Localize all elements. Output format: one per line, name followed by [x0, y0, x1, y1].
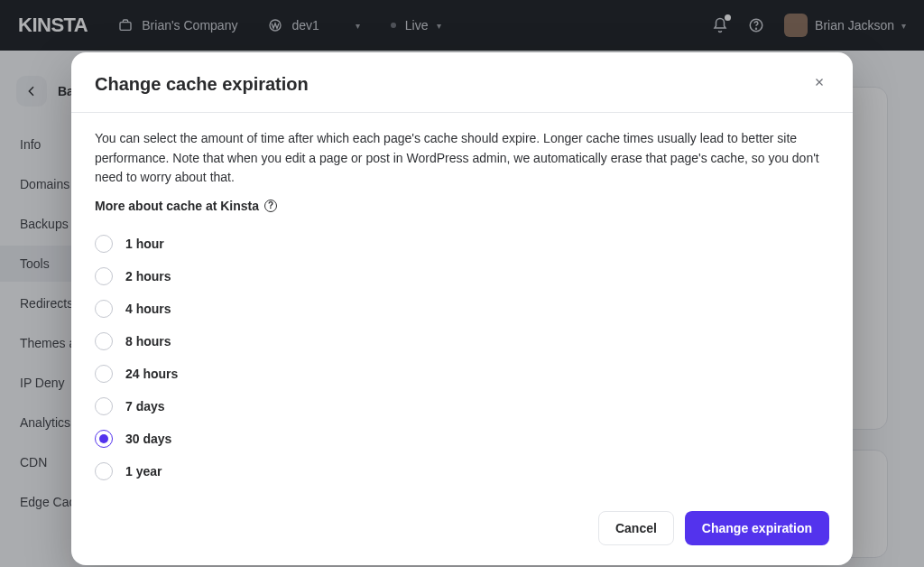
expiration-option[interactable]: 24 hours [95, 358, 829, 390]
radio-label: 2 hours [125, 269, 171, 284]
cancel-button[interactable]: Cancel [598, 511, 674, 545]
radio-icon [95, 267, 113, 285]
help-icon: ? [264, 200, 277, 212]
expiration-option[interactable]: 2 hours [95, 260, 829, 293]
radio-icon [95, 462, 113, 480]
radio-label: 8 hours [125, 334, 171, 349]
expiration-options: 1 hour2 hours4 hours8 hours24 hours7 day… [95, 228, 829, 488]
radio-label: 1 hour [125, 237, 164, 251]
expiration-option[interactable]: 30 days [95, 423, 829, 455]
expiration-option[interactable]: 8 hours [95, 325, 829, 358]
cache-expiration-modal: Change cache expiration You can select t… [71, 52, 853, 565]
more-link-label: More about cache at Kinsta [95, 199, 259, 213]
radio-icon [95, 397, 113, 415]
modal-description: You can select the amount of time after … [95, 129, 829, 188]
expiration-option[interactable]: 7 days [95, 390, 829, 423]
expiration-option[interactable]: 1 hour [95, 228, 829, 260]
radio-icon [95, 235, 113, 253]
cancel-label: Cancel [615, 521, 657, 535]
confirm-label: Change expiration [702, 521, 812, 535]
modal-overlay[interactable]: Change cache expiration You can select t… [0, 0, 924, 567]
radio-label: 4 hours [125, 302, 171, 316]
radio-label: 1 year [125, 464, 162, 479]
close-button[interactable] [809, 72, 829, 96]
change-expiration-button[interactable]: Change expiration [685, 511, 829, 545]
expiration-option[interactable]: 1 year [95, 455, 829, 488]
expiration-option[interactable]: 4 hours [95, 293, 829, 325]
radio-label: 7 days [125, 399, 165, 414]
radio-icon [95, 365, 113, 383]
radio-icon [95, 430, 113, 448]
radio-icon [95, 332, 113, 350]
more-about-cache-link[interactable]: More about cache at Kinsta ? [95, 199, 829, 213]
radio-label: 24 hours [125, 367, 178, 381]
modal-title: Change cache expiration [95, 74, 309, 95]
radio-icon [95, 300, 113, 318]
radio-label: 30 days [125, 432, 171, 446]
